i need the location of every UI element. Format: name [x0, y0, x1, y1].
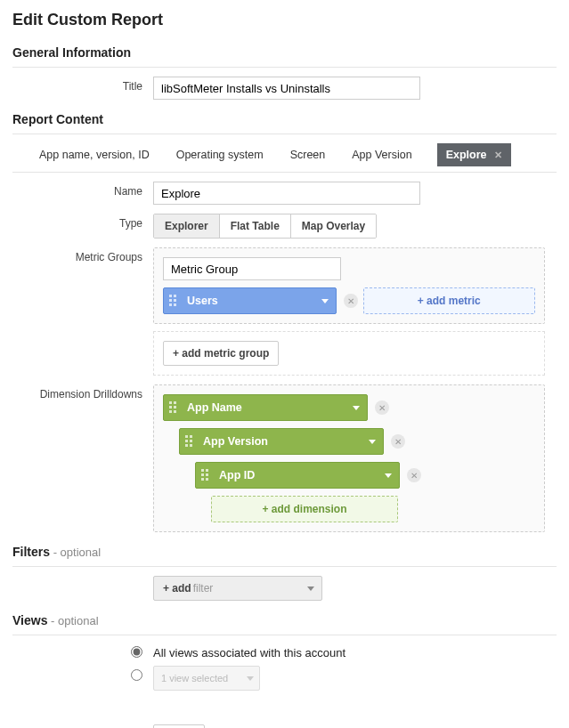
- chevron-down-icon: [307, 586, 314, 591]
- tab-screen[interactable]: Screen: [289, 143, 328, 166]
- remove-dimension-button[interactable]: ✕: [375, 400, 389, 415]
- chevron-down-icon: [385, 473, 392, 478]
- drag-handle-icon[interactable]: [201, 469, 210, 483]
- dimension-chip-label: App Name: [187, 401, 242, 414]
- add-filter-dropdown[interactable]: + add filter: [153, 576, 322, 601]
- views-select-label: 1 view selected: [161, 673, 228, 684]
- section-general-info: General Information: [12, 45, 557, 60]
- tab-explore[interactable]: Explore ✕: [437, 143, 511, 166]
- dimension-chip-app-version[interactable]: App Version: [179, 428, 384, 455]
- add-dimension-button[interactable]: + add dimension: [211, 496, 398, 522]
- section-filters: Filters - optional: [12, 545, 557, 559]
- drag-handle-icon[interactable]: [169, 295, 178, 309]
- chevron-down-icon: [321, 299, 329, 303]
- dimension-chip-label: App ID: [219, 469, 255, 481]
- tab-operating-system[interactable]: Operating system: [175, 143, 265, 166]
- chevron-down-icon: [369, 440, 376, 444]
- type-button-group: Explorer Flat Table Map Overlay: [153, 214, 377, 239]
- label-name: Name: [12, 182, 153, 205]
- views-radio-selected[interactable]: [131, 669, 142, 681]
- metric-chip-users[interactable]: Users: [163, 287, 337, 314]
- close-icon[interactable]: ✕: [494, 150, 502, 161]
- remove-dimension-button[interactable]: ✕: [391, 434, 405, 449]
- content-tabs: App name, version, ID Operating system S…: [37, 143, 557, 166]
- metric-chip-label: Users: [187, 295, 218, 307]
- tab-app-name-version-id[interactable]: App name, version, ID: [37, 143, 151, 166]
- add-metric-button[interactable]: + add metric: [363, 287, 535, 314]
- label-title: Title: [12, 77, 153, 100]
- section-views: Views - optional: [12, 613, 557, 627]
- tab-name-input[interactable]: [153, 182, 420, 205]
- views-all-label: All views associated with this account: [153, 646, 345, 659]
- drag-handle-icon[interactable]: [185, 435, 194, 449]
- label-dimension-drilldowns: Dimension Drilldowns: [12, 384, 153, 532]
- section-report-content: Report Content: [12, 112, 557, 126]
- label-metric-groups: Metric Groups: [12, 247, 153, 376]
- views-radio-all[interactable]: [131, 646, 142, 658]
- type-explorer-button[interactable]: Explorer: [154, 214, 220, 238]
- tab-explore-label: Explore: [446, 149, 487, 161]
- title-input[interactable]: [153, 77, 420, 100]
- add-filter-prefix: + add: [163, 582, 191, 595]
- metric-group-name-input[interactable]: [163, 257, 341, 280]
- add-metric-group-button[interactable]: + add metric group: [163, 341, 279, 366]
- label-type: Type: [12, 214, 153, 239]
- page-title: Edit Custom Report: [12, 11, 557, 29]
- type-flat-table-button[interactable]: Flat Table: [220, 214, 291, 238]
- save-button[interactable]: Save: [153, 724, 205, 728]
- drag-handle-icon[interactable]: [169, 401, 178, 416]
- type-map-overlay-button[interactable]: Map Overlay: [291, 214, 376, 238]
- dimension-chip-label: App Version: [203, 435, 268, 448]
- chevron-down-icon: [353, 406, 360, 410]
- tab-app-version[interactable]: App Version: [350, 143, 413, 166]
- dimension-panel: App Name ✕ App Version ✕ App ID: [153, 384, 545, 532]
- views-select-dropdown: 1 view selected: [153, 666, 260, 691]
- remove-dimension-button[interactable]: ✕: [407, 468, 421, 482]
- dimension-chip-app-name[interactable]: App Name: [163, 394, 368, 421]
- chevron-down-icon: [247, 676, 254, 681]
- dimension-chip-app-id[interactable]: App ID: [195, 462, 400, 489]
- add-filter-suffix: filter: [193, 582, 214, 595]
- remove-metric-button[interactable]: ✕: [344, 294, 357, 308]
- metric-group-panel: Users ✕ + add metric: [153, 247, 545, 324]
